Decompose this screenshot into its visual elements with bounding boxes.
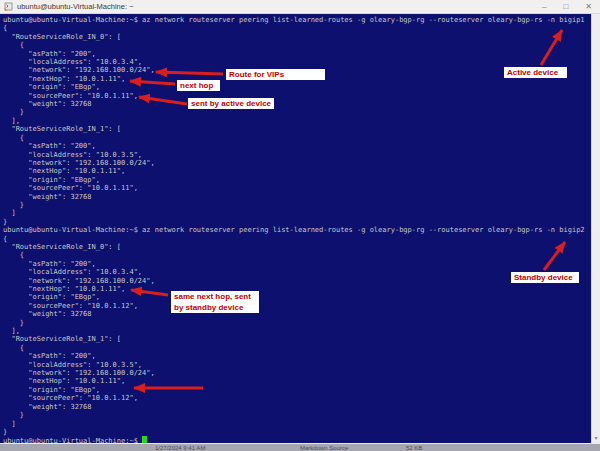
screen: ubuntu@ubuntu-Virtual-Machine: ~ – □ ✕ u…: [0, 0, 600, 451]
terminal-scrollbar[interactable]: ▾: [591, 14, 600, 443]
callout-active-device: Active device: [504, 67, 567, 78]
maximize-button[interactable]: □: [563, 0, 568, 14]
callout-sent-by-active-device: sent by active device: [188, 98, 274, 109]
file-date: 1/27/2024 9:41 AM: [155, 444, 205, 451]
close-button[interactable]: ✕: [585, 0, 592, 14]
file-size: 52 KB: [406, 444, 422, 451]
window-controls: – □ ✕: [542, 0, 592, 14]
file-type: Markdown Source: [300, 444, 348, 451]
minimize-button[interactable]: –: [542, 0, 546, 14]
scroll-down-icon[interactable]: ▾: [592, 433, 600, 443]
callout-next-hop: next hop: [177, 80, 220, 91]
window-titlebar: ubuntu@ubuntu-Virtual-Machine: ~ – □ ✕: [0, 0, 600, 14]
background-window-strip[interactable]: 1/27/2024 9:41 AM Markdown Source 52 KB: [0, 443, 600, 451]
terminal-text: ubuntu@ubuntu-Virtual-Machine:~$ az netw…: [3, 16, 585, 443]
callout-same-next-hop: same next hop, sent by standby device: [171, 291, 259, 313]
callout-standby-device: Standby device: [511, 272, 579, 283]
terminal-cursor: [142, 436, 147, 443]
window-title: ubuntu@ubuntu-Virtual-Machine: ~: [17, 2, 134, 11]
terminal-app-icon: [4, 2, 13, 11]
callout-route-for-vips: Route for VIPs: [226, 69, 325, 80]
